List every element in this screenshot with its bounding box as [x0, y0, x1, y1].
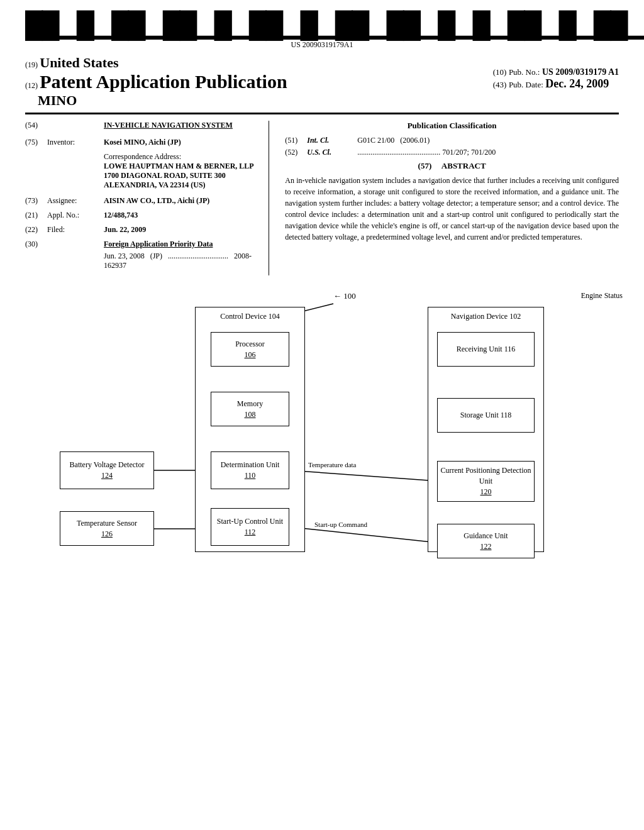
invention-title: IN-VEHICLE NAVIGATION SYSTEM — [104, 121, 259, 130]
priority-data: Jun. 23, 2008 (JP) .....................… — [25, 252, 259, 270]
current-pos-num: 120 — [480, 487, 492, 497]
pub-date-row: (43) Pub. Date: Dec. 24, 2009 — [493, 77, 619, 91]
field-54: (54) IN-VEHICLE NAVIGATION SYSTEM — [25, 121, 259, 133]
svg-line-10 — [289, 470, 437, 481]
int-cl-label: Int. Cl. — [307, 136, 357, 145]
right-column: Publication Classification (51) Int. Cl.… — [282, 121, 619, 275]
field-30: (30) Foreign Application Priority Data — [25, 240, 259, 249]
processor-label: Processor — [235, 339, 265, 350]
processor-num: 106 — [245, 350, 256, 360]
startup-cmd-label: Start-up Command — [314, 521, 367, 528]
abstract-title: (57) ABSTRACT — [285, 161, 619, 171]
body-section: (54) IN-VEHICLE NAVIGATION SYSTEM (75) I… — [25, 121, 619, 275]
page: ██▁█▁██▁██▁█▁██▁█▁██▁██▁█▁█▁██▁█▁██▁█▁██… — [0, 0, 644, 653]
left-column: (54) IN-VEHICLE NAVIGATION SYSTEM (75) I… — [25, 121, 269, 275]
inventor-name-row: MINO — [31, 92, 287, 109]
filed-value: Jun. 22, 2009 — [104, 225, 259, 235]
field-75: (75) Inventor: Kosei MINO, Aichi (JP) — [25, 138, 259, 147]
diagram-container: ← 100 Engine Status Temperature data Sta… — [25, 288, 629, 640]
determination-num: 110 — [245, 470, 256, 481]
battery-num: 124 — [101, 470, 113, 481]
barcode-section: ██▁█▁██▁██▁█▁██▁█▁██▁██▁█▁█▁██▁█▁██▁█▁██… — [25, 13, 619, 38]
memory-box: Memory 108 — [211, 392, 289, 426]
priority-date: Jun. 23, 2008 — [104, 252, 145, 260]
pub-date-value: Dec. 24, 2009 — [545, 77, 609, 90]
current-pos-label: Current Positioning Detection Unit — [438, 465, 534, 487]
svg-line-11 — [289, 527, 437, 543]
inventor-value: Kosei MINO, Aichi (JP) — [104, 138, 259, 147]
receiving-label: Receiving Unit 116 — [457, 344, 516, 355]
us-cl-dots: ........................................… — [357, 148, 440, 157]
field-51: (51) Int. Cl. G01C 21/00 (2006.01) — [285, 136, 619, 145]
temp-num: 126 — [101, 529, 113, 540]
memory-num: 108 — [245, 409, 256, 420]
temp-data-label: Temperature data — [308, 461, 357, 468]
temp-label: Temperature Sensor — [77, 518, 137, 529]
appl-no-value: 12/488,743 — [104, 211, 259, 220]
corr-line1: LOWE HAUPTMAN HAM & BERNER, LLP — [104, 162, 259, 171]
processor-box: Processor 106 — [211, 332, 289, 367]
header-prefix-19: (19) United States — [25, 55, 287, 71]
patent-number-text: US 20090319179A1 — [291, 40, 353, 49]
pub-no-value: US 2009/0319179 A1 — [542, 67, 619, 77]
memory-label: Memory — [237, 399, 263, 409]
inventor-surname: MINO — [38, 92, 77, 108]
header-patent-row: (12) Patent Application Publication — [25, 71, 287, 92]
patent-type-label: Patent Application Publication — [40, 71, 287, 92]
guidance-label: Guidance Unit — [464, 531, 508, 541]
control-device-label: Control Device 104 — [220, 311, 280, 322]
startup-num: 112 — [245, 527, 256, 538]
guidance-box: Guidance Unit 122 — [437, 524, 535, 558]
temp-sensor-box: Temperature Sensor 126 — [60, 511, 154, 546]
pub-no-row: (10) Pub. No.: US 2009/0319179 A1 — [493, 67, 619, 77]
pub-class-title: Publication Classification — [285, 121, 619, 131]
header-left: (19) United States (12) Patent Applicati… — [25, 55, 287, 109]
correspondence-block: Correspondence Address: LOWE HAUPTMAN HA… — [25, 152, 259, 190]
patent-number: US 20090319179A1 — [25, 40, 619, 50]
corr-line2: 1700 DIAGONAL ROAD, SUITE 300 — [104, 171, 259, 180]
determination-label: Determination Unit — [221, 460, 280, 470]
system-label: ← 100 — [333, 291, 356, 301]
abstract-text: An in-vehicle navigation system includes… — [285, 175, 619, 243]
header-right: (10) Pub. No.: US 2009/0319179 A1 (43) P… — [493, 55, 619, 91]
storage-label: Storage Unit 118 — [460, 410, 512, 421]
determination-box: Determination Unit 110 — [211, 451, 289, 489]
battery-box: Battery Voltage Detector 124 — [60, 451, 154, 489]
field-73: (73) Assignee: AISIN AW CO., LTD., Aichi… — [25, 196, 259, 206]
navigation-device-label: Navigation Device 102 — [451, 311, 521, 322]
diagram-section: ← 100 Engine Status Temperature data Sta… — [25, 288, 619, 640]
startup-label: Start-Up Control Unit — [217, 516, 283, 527]
int-cl-year: (2006.01) — [400, 136, 430, 145]
corr-line3: ALEXANDRIA, VA 22314 (US) — [104, 180, 259, 190]
assignee-value: AISIN AW CO., LTD., Aichi (JP) — [104, 196, 259, 206]
country-label: United States — [40, 55, 118, 70]
startup-box: Start-Up Control Unit 112 — [211, 508, 289, 546]
priority-country: (JP) — [150, 252, 162, 260]
us-cl-value: 701/207; 701/200 — [442, 148, 496, 157]
priority-dots: ................................ — [168, 252, 228, 260]
guidance-num: 122 — [480, 541, 492, 552]
foreign-priority-label: Foreign Application Priority Data — [104, 240, 259, 249]
engine-status-label: Engine Status — [581, 291, 623, 301]
battery-label: Battery Voltage Detector — [70, 460, 145, 470]
us-cl-label: U.S. Cl. — [307, 148, 357, 157]
current-pos-box: Current Positioning Detection Unit 120 — [437, 461, 535, 502]
field-52: (52) U.S. Cl. ..........................… — [285, 148, 619, 157]
int-cl-value: G01C 21/00 — [357, 136, 394, 145]
correspondence-label: Correspondence Address: — [104, 152, 259, 162]
barcode-image: ██▁█▁██▁██▁█▁██▁█▁██▁██▁█▁█▁██▁█▁██▁█▁██… — [25, 13, 644, 38]
field-22: (22) Filed: Jun. 22, 2009 — [25, 225, 259, 235]
storage-box: Storage Unit 118 — [437, 398, 535, 433]
header-section: (19) United States (12) Patent Applicati… — [25, 55, 619, 114]
field-21: (21) Appl. No.: 12/488,743 — [25, 211, 259, 220]
receiving-box: Receiving Unit 116 — [437, 332, 535, 367]
